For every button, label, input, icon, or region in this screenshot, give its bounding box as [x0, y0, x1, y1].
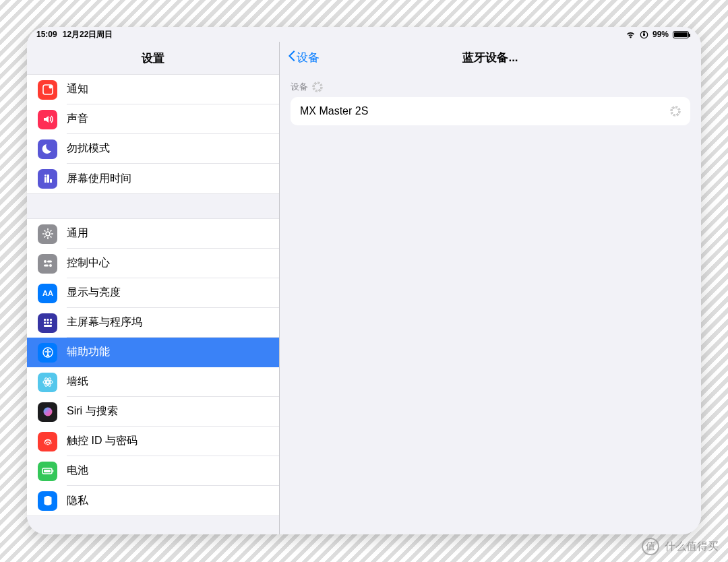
svg-rect-16: [50, 322, 52, 324]
svg-rect-11: [44, 319, 46, 321]
svg-point-5: [46, 232, 50, 236]
sidebar-item-dnd[interactable]: 勿扰模式: [27, 134, 279, 164]
chevron-left-icon: [286, 49, 295, 66]
svg-rect-9: [44, 265, 49, 267]
device-row[interactable]: MX Master 2S: [291, 97, 690, 125]
screent-icon: [38, 169, 57, 189]
sidebar-item-label: 墙纸: [67, 375, 88, 389]
sidebar-item-label: 声音: [67, 112, 88, 126]
ipad-frame: 15:09 12月22日周日 99% 设置 通知声音勿扰模式屏幕使用时间 通用控…: [27, 27, 701, 534]
sidebar-item-siri[interactable]: Siri 与搜索: [27, 397, 279, 427]
svg-rect-15: [47, 322, 49, 324]
device-name: MX Master 2S: [300, 105, 368, 117]
svg-point-8: [49, 264, 52, 267]
sidebar-item-label: 电池: [67, 464, 88, 478]
watermark: 值 什么值得买: [642, 538, 719, 555]
general-icon: [38, 224, 57, 244]
spinner-icon: [312, 82, 323, 92]
status-date: 12月22日周日: [63, 29, 113, 40]
dnd-icon: [38, 139, 57, 159]
sidebar-gap: [27, 194, 279, 218]
sidebar-item-wall[interactable]: 墙纸: [27, 367, 279, 397]
svg-rect-4: [44, 175, 47, 177]
svg-point-6: [44, 260, 47, 263]
touchid-icon: [38, 432, 57, 451]
spinner-icon: [670, 106, 681, 117]
sidebar-item-home[interactable]: 主屏幕与程序坞: [27, 308, 279, 338]
sidebar-group-b: 通用控制中心AA显示与亮度主屏幕与程序坞辅助功能墙纸Siri 与搜索触控 ID …: [27, 218, 279, 516]
sidebar-item-label: 显示与亮度: [67, 286, 121, 300]
watermark-badge: 值: [642, 538, 659, 555]
sidebar-item-display[interactable]: AA显示与亮度: [27, 278, 279, 308]
battery-icon: [38, 462, 57, 481]
wall-icon: [38, 373, 57, 392]
sidebar-item-label: 勿扰模式: [67, 142, 110, 156]
svg-point-24: [43, 408, 52, 416]
sidebar-title: 设置: [27, 42, 279, 74]
svg-rect-7: [47, 261, 52, 263]
svg-point-3: [49, 86, 52, 89]
sidebar-item-privacy[interactable]: 隐私: [27, 486, 279, 516]
wifi-icon: [626, 31, 636, 38]
svg-rect-14: [44, 322, 46, 324]
back-button[interactable]: 设备: [286, 49, 320, 66]
battery-percent: 99%: [653, 30, 669, 39]
sidebar-item-label: 辅助功能: [67, 345, 110, 359]
settings-sidebar: 设置 通知声音勿扰模式屏幕使用时间 通用控制中心AA显示与亮度主屏幕与程序坞辅助…: [27, 42, 280, 534]
orientation-lock-icon: [640, 30, 648, 39]
sidebar-group-a: 通知声音勿扰模式屏幕使用时间: [27, 74, 279, 194]
battery-icon: [673, 31, 689, 38]
svg-rect-27: [44, 470, 51, 472]
device-list: MX Master 2S: [291, 97, 690, 125]
back-label: 设备: [297, 50, 320, 65]
svg-rect-12: [47, 319, 49, 321]
sidebar-item-label: 主屏幕与程序坞: [67, 315, 142, 330]
sidebar-item-label: 屏幕使用时间: [67, 172, 131, 186]
sidebar-item-label: 隐私: [67, 494, 88, 508]
notif-icon: [38, 80, 57, 100]
sidebar-item-touchid[interactable]: 触控 ID 与密码: [27, 427, 279, 456]
sidebar-item-label: 通知: [67, 82, 88, 96]
status-bar: 15:09 12月22日周日 99%: [27, 27, 701, 42]
sidebar-item-general[interactable]: 通用: [27, 219, 279, 249]
home-icon: [38, 313, 57, 333]
access-icon: [38, 343, 57, 363]
sidebar-item-label: Siri 与搜索: [67, 404, 118, 418]
svg-rect-26: [52, 470, 53, 472]
sidebar-item-label: 触控 ID 与密码: [67, 434, 138, 448]
detail-pane: 设备 蓝牙设备... 设备 MX Master 2S: [280, 42, 701, 534]
section-label: 设备: [291, 81, 308, 93]
sidebar-item-sound[interactable]: 声音: [27, 104, 279, 134]
sidebar-item-battery[interactable]: 电池: [27, 456, 279, 486]
siri-icon: [38, 402, 57, 422]
svg-point-19: [47, 349, 49, 351]
detail-navbar: 设备 蓝牙设备...: [280, 42, 701, 74]
section-header: 设备: [280, 74, 701, 97]
sidebar-item-screent[interactable]: 屏幕使用时间: [27, 164, 279, 193]
cc-icon: [38, 254, 57, 274]
sidebar-item-label: 通用: [67, 226, 88, 241]
svg-rect-13: [50, 319, 52, 321]
svg-point-20: [47, 381, 49, 383]
detail-title: 蓝牙设备...: [280, 50, 701, 65]
svg-rect-17: [44, 325, 52, 327]
watermark-text: 什么值得买: [665, 540, 719, 554]
svg-text:AA: AA: [42, 289, 53, 297]
sidebar-item-cc[interactable]: 控制中心: [27, 249, 279, 278]
status-time: 15:09: [36, 30, 57, 39]
privacy-icon: [38, 491, 57, 511]
sound-icon: [38, 110, 57, 129]
sidebar-item-label: 控制中心: [67, 256, 110, 270]
svg-rect-1: [643, 34, 645, 36]
sidebar-item-access[interactable]: 辅助功能: [27, 338, 279, 367]
display-icon: AA: [38, 284, 57, 303]
sidebar-item-notif[interactable]: 通知: [27, 75, 279, 104]
